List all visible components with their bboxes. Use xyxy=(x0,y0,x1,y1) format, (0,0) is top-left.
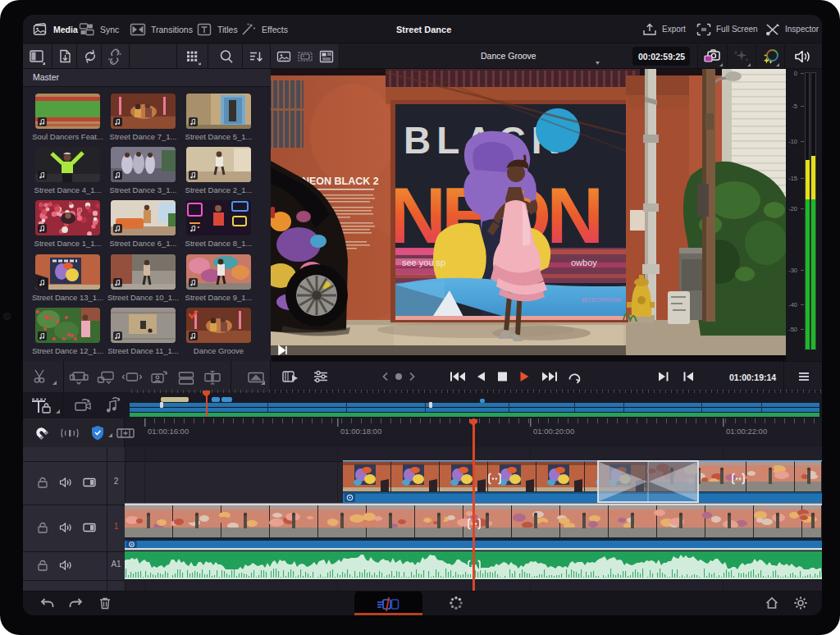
svg-text:see you sp: see you sp xyxy=(402,258,445,267)
svg-text:NEON BLACK 2: NEON BLACK 2 xyxy=(302,176,379,187)
svg-text:owboy: owboy xyxy=(571,258,597,267)
svg-text:@2SORROW: @2SORROW xyxy=(581,296,622,304)
